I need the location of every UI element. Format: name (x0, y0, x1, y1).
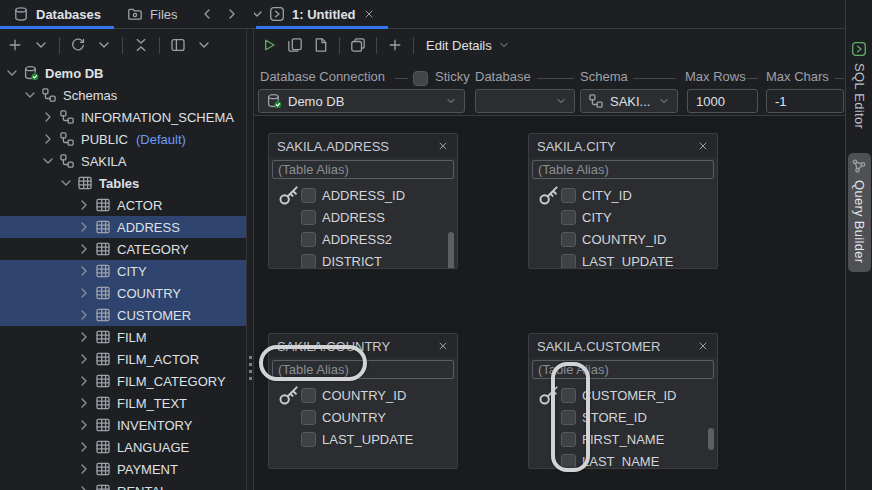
tree-item-inventory[interactable]: INVENTORY (0, 414, 246, 436)
tree-item-actor[interactable]: ACTOR (0, 194, 246, 216)
column-checkbox[interactable] (561, 454, 576, 469)
refresh-button[interactable] (70, 37, 86, 53)
chevron-right-icon[interactable] (76, 263, 92, 279)
chevron-right-icon[interactable] (76, 241, 92, 257)
column-row-last_update[interactable]: LAST_UPDATE (269, 428, 457, 450)
card-scrollbar[interactable] (448, 232, 454, 269)
card-title-bar[interactable]: SAKILA.ADDRESS (269, 134, 457, 158)
close-card-icon[interactable] (437, 340, 449, 352)
column-checkbox[interactable] (561, 254, 576, 269)
chevron-right-icon[interactable] (76, 483, 92, 490)
card-scrollbar[interactable] (708, 428, 714, 450)
column-row-last_update[interactable]: LAST_UPDATE (529, 250, 717, 269)
close-card-icon[interactable] (437, 140, 449, 152)
column-checkbox[interactable] (301, 210, 316, 225)
layout-button[interactable] (170, 37, 186, 53)
sql-editor-strip-tab[interactable]: SQL Editor (848, 36, 871, 137)
max-rows-input[interactable] (687, 89, 758, 113)
chevron-down-icon[interactable] (58, 175, 74, 191)
column-row-address_id[interactable]: ADDRESS_ID (269, 184, 457, 206)
table-card-sakila-country[interactable]: SAKILA.COUNTRY COUNTRY_ID COUNTRY LAST_U… (268, 333, 458, 469)
column-checkbox[interactable] (301, 410, 316, 425)
chevron-right-icon[interactable] (76, 373, 92, 389)
card-title-bar[interactable]: SAKILA.CUSTOMER (529, 334, 717, 358)
panel-splitter[interactable] (246, 0, 254, 490)
chevron-right-icon[interactable] (76, 439, 92, 455)
column-row-country_id[interactable]: COUNTRY_ID (529, 228, 717, 250)
column-row-customer_id[interactable]: CUSTOMER_ID (529, 384, 717, 406)
column-checkbox[interactable] (301, 388, 316, 403)
chevron-right-icon[interactable] (76, 395, 92, 411)
splitter-grip-handle[interactable] (248, 356, 252, 380)
tree-item-demo-db[interactable]: Demo DB (0, 62, 246, 84)
tree-item-category[interactable]: CATEGORY (0, 238, 246, 260)
chevron-right-icon[interactable] (76, 307, 92, 323)
chevron-down-button[interactable] (96, 37, 112, 53)
tree-item-payment[interactable]: PAYMENT (0, 458, 246, 480)
database-combobox[interactable] (475, 89, 575, 113)
plus-button[interactable] (7, 37, 23, 53)
chevron-down-button[interactable] (196, 37, 212, 53)
tab-untitled[interactable]: 1: Untitled (256, 0, 388, 28)
column-checkbox[interactable] (561, 432, 576, 447)
column-row-store_id[interactable]: STORE_ID (529, 406, 717, 428)
sticky-checkbox[interactable] (413, 71, 428, 86)
chevron-right-icon[interactable] (76, 285, 92, 301)
column-row-district[interactable]: DISTRICT (269, 250, 457, 269)
tree-item-information-schema[interactable]: INFORMATION_SCHEMA (0, 106, 246, 128)
tree-item-rental[interactable]: RENTAL (0, 480, 246, 490)
table-card-sakila-city[interactable]: SAKILA.CITY CITY_ID CITY COUNTRY_ID LAST… (528, 133, 718, 269)
tabs-button[interactable] (350, 37, 366, 53)
column-checkbox[interactable] (561, 210, 576, 225)
file-button[interactable] (313, 37, 329, 53)
column-row-city[interactable]: CITY (529, 206, 717, 228)
table-card-sakila-customer[interactable]: SAKILA.CUSTOMER CUSTOMER_ID STORE_ID FIR… (528, 333, 718, 469)
tree-item-film[interactable]: FILM (0, 326, 246, 348)
tree-item-film-text[interactable]: FILM_TEXT (0, 392, 246, 414)
chevron-right-icon[interactable] (76, 219, 92, 235)
table-alias-input[interactable] (532, 360, 714, 379)
connection-combobox[interactable]: Demo DB (258, 89, 465, 113)
tree-item-public[interactable]: PUBLIC (Default) (0, 128, 246, 150)
column-row-address2[interactable]: ADDRESS2 (269, 228, 457, 250)
table-alias-input[interactable] (272, 160, 454, 179)
chevron-right-icon[interactable] (40, 131, 56, 147)
tree-item-film-category[interactable]: FILM_CATEGORY (0, 370, 246, 392)
plus-button[interactable] (387, 37, 403, 53)
column-checkbox[interactable] (301, 254, 316, 269)
back-icon[interactable] (199, 6, 215, 22)
tab-databases[interactable]: Databases (0, 0, 114, 28)
column-checkbox[interactable] (561, 188, 576, 203)
column-row-last_name[interactable]: LAST_NAME (529, 450, 717, 469)
column-row-country_id[interactable]: COUNTRY_ID (269, 384, 457, 406)
column-row-city_id[interactable]: CITY_ID (529, 184, 717, 206)
close-card-icon[interactable] (697, 340, 709, 352)
tab-files[interactable]: Files (114, 0, 190, 28)
column-checkbox[interactable] (301, 432, 316, 447)
table-card-sakila-address[interactable]: SAKILA.ADDRESS ADDRESS_ID ADDRESS ADDRES… (268, 133, 458, 269)
column-checkbox[interactable] (561, 410, 576, 425)
tree-item-schemas[interactable]: Schemas (0, 84, 246, 106)
chevron-right-icon[interactable] (40, 109, 56, 125)
close-tab-icon[interactable] (363, 8, 375, 20)
tree-item-tables[interactable]: Tables (0, 172, 246, 194)
query-builder-canvas[interactable]: SAKILA.ADDRESS ADDRESS_ID ADDRESS ADDRES… (254, 115, 845, 490)
max-chars-input[interactable] (766, 89, 844, 113)
column-row-country[interactable]: COUNTRY (269, 406, 457, 428)
forward-icon[interactable] (224, 6, 240, 22)
column-checkbox[interactable] (301, 188, 316, 203)
run-button[interactable] (261, 37, 277, 53)
chevron-right-icon[interactable] (76, 329, 92, 345)
tree-item-language[interactable]: LANGUAGE (0, 436, 246, 458)
chevron-down-icon[interactable] (40, 153, 56, 169)
close-card-icon[interactable] (697, 140, 709, 152)
tree-item-city[interactable]: CITY (0, 260, 246, 282)
column-checkbox[interactable] (561, 388, 576, 403)
edit-details-button[interactable]: Edit Details (424, 38, 512, 53)
chevron-down-button[interactable] (33, 37, 49, 53)
copy-button[interactable] (287, 37, 303, 53)
column-checkbox[interactable] (561, 232, 576, 247)
card-title-bar[interactable]: SAKILA.COUNTRY (269, 334, 457, 358)
chevron-right-icon[interactable] (76, 351, 92, 367)
schema-combobox[interactable]: SAKI... (580, 89, 678, 113)
